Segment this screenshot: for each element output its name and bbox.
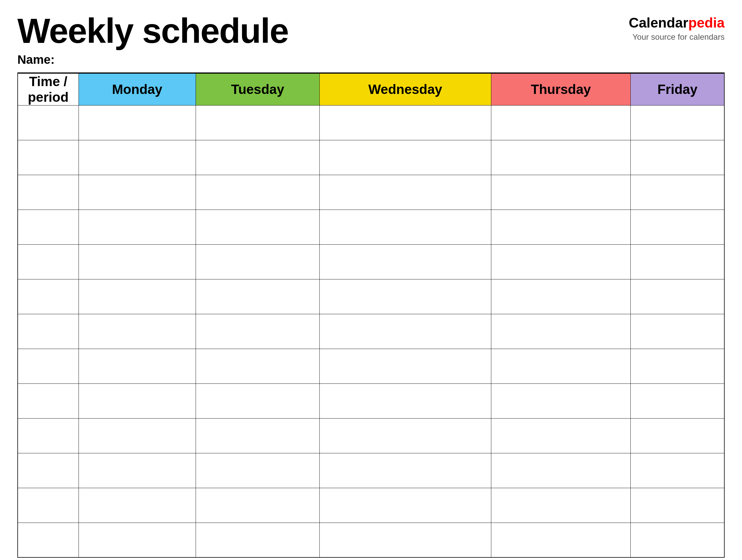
schedule-cell[interactable] [196, 314, 319, 349]
schedule-cell[interactable] [491, 384, 631, 418]
table-row [18, 140, 724, 175]
schedule-cell[interactable] [491, 418, 631, 453]
table-row [18, 418, 724, 453]
schedule-cell[interactable] [196, 279, 319, 314]
schedule-cell[interactable] [78, 210, 196, 244]
wednesday-header: Wednesday [319, 73, 491, 105]
schedule-cell[interactable] [491, 488, 631, 523]
schedule-cell[interactable] [78, 488, 196, 523]
schedule-cell[interactable] [319, 453, 491, 488]
schedule-cell[interactable] [491, 244, 631, 279]
schedule-cell[interactable] [196, 418, 319, 453]
schedule-cell[interactable] [631, 314, 724, 349]
schedule-cell[interactable] [196, 384, 319, 418]
header-area: Weekly schedule Name: Calendarpedia Your… [17, 12, 725, 67]
time-cell[interactable] [18, 279, 78, 314]
time-cell[interactable] [18, 175, 78, 210]
schedule-cell[interactable] [78, 279, 196, 314]
schedule-cell[interactable] [319, 384, 491, 418]
table-row [18, 244, 724, 279]
schedule-cell[interactable] [491, 314, 631, 349]
table-row [18, 314, 724, 349]
schedule-cell[interactable] [196, 140, 319, 175]
schedule-cell[interactable] [196, 175, 319, 210]
schedule-cell[interactable] [491, 349, 631, 384]
schedule-cell[interactable] [78, 244, 196, 279]
schedule-cell[interactable] [319, 140, 491, 175]
table-row [18, 384, 724, 418]
schedule-cell[interactable] [78, 314, 196, 349]
schedule-cell[interactable] [631, 418, 724, 453]
time-cell[interactable] [18, 488, 78, 523]
time-cell[interactable] [18, 349, 78, 384]
schedule-cell[interactable] [319, 244, 491, 279]
schedule-cell[interactable] [631, 453, 724, 488]
schedule-cell[interactable] [319, 175, 491, 210]
schedule-cell[interactable] [196, 453, 319, 488]
schedule-cell[interactable] [491, 210, 631, 244]
logo-pedia-part: pedia [688, 15, 725, 31]
friday-header: Friday [631, 73, 724, 105]
time-cell[interactable] [18, 140, 78, 175]
schedule-cell[interactable] [196, 105, 319, 140]
schedule-cell[interactable] [319, 349, 491, 384]
schedule-cell[interactable] [196, 523, 319, 557]
schedule-cell[interactable] [631, 349, 724, 384]
schedule-cell[interactable] [631, 105, 724, 140]
schedule-table: Time / period Monday Tuesday Wednesday T… [17, 73, 725, 558]
schedule-cell[interactable] [631, 210, 724, 244]
schedule-cell[interactable] [491, 140, 631, 175]
time-cell[interactable] [18, 384, 78, 418]
time-cell[interactable] [18, 418, 78, 453]
time-cell[interactable] [18, 105, 78, 140]
page-title: Weekly schedule [17, 12, 629, 50]
schedule-cell[interactable] [196, 488, 319, 523]
title-section: Weekly schedule Name: [17, 12, 629, 67]
schedule-cell[interactable] [491, 523, 631, 557]
schedule-cell[interactable] [491, 105, 631, 140]
schedule-cell[interactable] [491, 279, 631, 314]
schedule-cell[interactable] [631, 175, 724, 210]
table-row [18, 453, 724, 488]
schedule-cell[interactable] [319, 210, 491, 244]
schedule-cell[interactable] [78, 175, 196, 210]
table-row [18, 349, 724, 384]
schedule-cell[interactable] [631, 279, 724, 314]
table-row [18, 523, 724, 557]
time-cell[interactable] [18, 523, 78, 557]
schedule-cell[interactable] [196, 349, 319, 384]
time-cell[interactable] [18, 244, 78, 279]
tuesday-header: Tuesday [196, 73, 319, 105]
schedule-cell[interactable] [631, 488, 724, 523]
schedule-body [18, 105, 724, 557]
time-cell[interactable] [18, 210, 78, 244]
schedule-cell[interactable] [319, 523, 491, 557]
schedule-cell[interactable] [196, 210, 319, 244]
schedule-cell[interactable] [78, 140, 196, 175]
schedule-cell[interactable] [631, 384, 724, 418]
thursday-header: Thursday [491, 73, 631, 105]
schedule-cell[interactable] [78, 349, 196, 384]
schedule-cell[interactable] [78, 523, 196, 557]
table-row [18, 279, 724, 314]
schedule-cell[interactable] [319, 279, 491, 314]
table-row [18, 210, 724, 244]
table-row [18, 175, 724, 210]
schedule-cell[interactable] [319, 314, 491, 349]
schedule-cell[interactable] [78, 418, 196, 453]
schedule-cell[interactable] [491, 175, 631, 210]
time-cell[interactable] [18, 453, 78, 488]
schedule-cell[interactable] [319, 105, 491, 140]
schedule-cell[interactable] [631, 140, 724, 175]
schedule-cell[interactable] [319, 488, 491, 523]
logo-tagline: Your source for calendars [629, 33, 725, 42]
schedule-cell[interactable] [196, 244, 319, 279]
schedule-cell[interactable] [78, 384, 196, 418]
schedule-cell[interactable] [319, 418, 491, 453]
schedule-cell[interactable] [78, 453, 196, 488]
schedule-cell[interactable] [491, 453, 631, 488]
time-cell[interactable] [18, 314, 78, 349]
schedule-cell[interactable] [78, 105, 196, 140]
schedule-cell[interactable] [631, 244, 724, 279]
schedule-cell[interactable] [631, 523, 724, 557]
